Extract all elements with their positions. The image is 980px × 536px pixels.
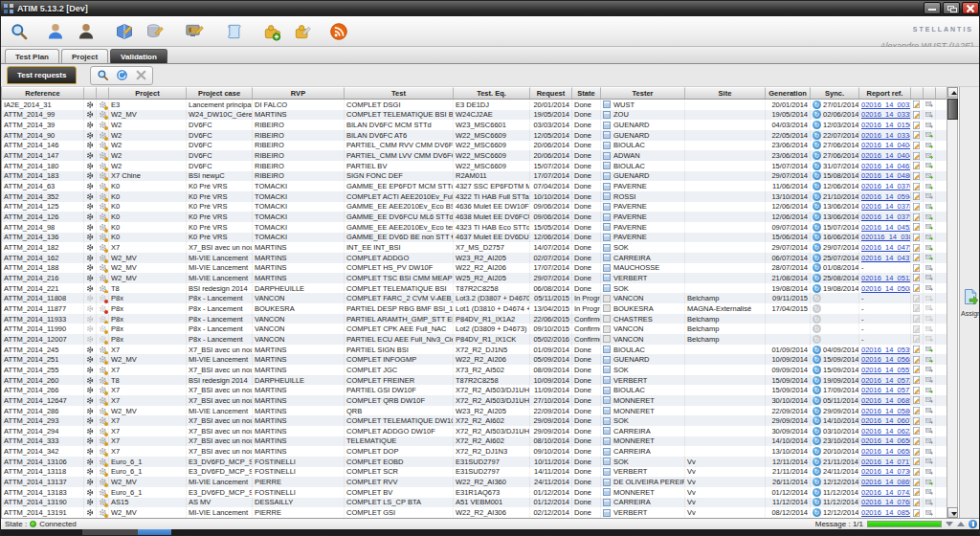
- export-report-icon[interactable]: [925, 130, 933, 140]
- table-row[interactable]: ATTM_2014_13190AS15AS MVDESSAILLYCOMPLET…: [2, 498, 947, 508]
- sync-icon[interactable]: ↻: [813, 131, 821, 140]
- gear-icon[interactable]: [86, 315, 94, 324]
- gear-icon[interactable]: [86, 110, 94, 119]
- report-ref-link[interactable]: 02016_14_05779: [861, 386, 911, 394]
- search-request-button[interactable]: [93, 68, 112, 83]
- edit-report-icon[interactable]: [913, 263, 921, 273]
- column-header[interactable]: [84, 87, 97, 99]
- database-edit-icon[interactable]: [143, 19, 167, 44]
- report-ref-link[interactable]: 02016_14_05947: [861, 192, 911, 201]
- gear-icon[interactable]: [86, 202, 94, 211]
- edit-report-icon[interactable]: [913, 355, 921, 365]
- report-ref-link[interactable]: 02016_14_06501: [861, 436, 911, 445]
- gear-icon[interactable]: [86, 131, 94, 140]
- table-row[interactable]: ATTM_2014_63K0K0 Pré VRSTOMACKIGAMME_EE …: [2, 181, 947, 191]
- edit-report-icon[interactable]: [913, 467, 921, 477]
- export-report-icon[interactable]: [925, 303, 933, 313]
- gear-icon[interactable]: [86, 467, 94, 476]
- export-report-icon[interactable]: [925, 467, 933, 477]
- gear-icon[interactable]: [86, 427, 94, 436]
- report-ref-link[interactable]: 02016_14_07425: [861, 488, 911, 497]
- report-ref-link[interactable]: 02016_14_06223: [861, 427, 911, 436]
- table-row[interactable]: ATTM_2014_13137W2_MVMI-VIE LancementPIER…: [2, 477, 947, 487]
- sync-icon[interactable]: ↻: [813, 335, 821, 344]
- export-report-icon[interactable]: [925, 345, 933, 354]
- report-ref-link[interactable]: 02016_14_08545: [861, 508, 911, 517]
- sync-icon[interactable]: ↻: [813, 254, 821, 262]
- edit-report-icon[interactable]: [913, 416, 921, 426]
- sync-icon[interactable]: ↻: [813, 386, 821, 394]
- edit-report-icon[interactable]: [913, 303, 921, 313]
- gear-icon[interactable]: [86, 366, 94, 374]
- table-row[interactable]: ATTM_2014_126K0K0 Pré VRSTOMACKIGAMME_EE…: [2, 212, 947, 222]
- column-header[interactable]: Generation: [766, 87, 811, 99]
- report-ref-link[interactable]: 02016_14_04372: [861, 254, 911, 262]
- report-ref-link[interactable]: 02016_14_03798: [861, 212, 911, 221]
- minimize-button[interactable]: [924, 2, 941, 14]
- export-report-icon[interactable]: [925, 212, 933, 222]
- table-row[interactable]: ATTM_2014_12007P8xP8x - LancementVANCONP…: [2, 334, 947, 345]
- sync-icon[interactable]: ↻: [813, 162, 821, 170]
- close-button[interactable]: [962, 2, 979, 14]
- gear-icon[interactable]: [86, 386, 94, 394]
- report-ref-link[interactable]: 02016_14_06071: [861, 416, 911, 425]
- export-report-icon[interactable]: [925, 191, 933, 201]
- gear-icon[interactable]: [86, 416, 94, 425]
- sync-icon[interactable]: ↻: [813, 407, 821, 415]
- table-row[interactable]: ATTM_2014_13183Euro_6_1E3_DV6FD_MCP_STTa…: [2, 487, 947, 498]
- table-row[interactable]: ATTM_2014_216W2_MVMI-VIE LancementMARTIN…: [2, 273, 947, 283]
- sync-icon[interactable]: ↻: [813, 478, 821, 486]
- sync-icon[interactable]: ↻: [813, 324, 821, 333]
- table-row[interactable]: ATTM_2014_11933P8xP8x - LancementVANCONP…: [2, 314, 947, 324]
- edit-report-icon[interactable]: [913, 110, 921, 120]
- column-header[interactable]: Report ref.: [859, 87, 911, 99]
- edit-report-icon[interactable]: [913, 345, 921, 354]
- table-row[interactable]: ATTM_2014_11990P8xP8x - LancementVANCONC…: [2, 324, 947, 334]
- table-row[interactable]: ATTM_2014_352K0K0 Pré VRSTOMACKICOMPLET …: [2, 191, 947, 202]
- taskbar-active-segment[interactable]: [138, 529, 171, 536]
- export-report-icon[interactable]: [925, 243, 933, 253]
- export-report-icon[interactable]: [925, 222, 933, 232]
- report-ref-link[interactable]: 02016_14_03785: [861, 202, 911, 211]
- column-header[interactable]: Project: [109, 87, 187, 99]
- table-row[interactable]: ATTM_2014_180W2DV6FCRIBEIROPARTIEL BVW22…: [2, 161, 947, 171]
- table-row[interactable]: ATTM_2014_90W2DV6FCRIBEIROBILAN DV6FC AT…: [2, 130, 947, 141]
- sync-icon[interactable]: ↻: [813, 376, 821, 385]
- gear-icon[interactable]: [86, 263, 94, 272]
- export-report-icon[interactable]: [925, 151, 933, 161]
- edit-report-icon[interactable]: [913, 243, 921, 253]
- column-header[interactable]: Project case: [187, 87, 253, 99]
- report-ref-link[interactable]: 02016_14_05083: [861, 284, 911, 293]
- sync-icon[interactable]: ↻: [813, 498, 821, 506]
- export-report-icon[interactable]: [925, 487, 933, 497]
- edit-report-icon[interactable]: [913, 478, 921, 487]
- export-report-icon[interactable]: [925, 447, 933, 457]
- expand-triangle-icon[interactable]: [957, 522, 965, 526]
- column-header[interactable]: Site: [685, 87, 766, 99]
- edit-report-icon[interactable]: [913, 386, 921, 395]
- sync-icon[interactable]: ↻: [813, 192, 821, 201]
- sync-icon[interactable]: ↻: [813, 141, 821, 149]
- edit-report-icon[interactable]: [913, 283, 921, 293]
- export-report-icon[interactable]: [925, 436, 933, 446]
- export-report-icon[interactable]: [925, 263, 933, 273]
- export-report-icon[interactable]: [925, 161, 933, 170]
- sync-icon[interactable]: ↻: [813, 294, 821, 302]
- table-row[interactable]: ATTM_2014_260T8BSI redesign 2014DARPHEUI…: [2, 375, 947, 386]
- gear-icon[interactable]: [86, 294, 94, 302]
- export-report-icon[interactable]: [925, 141, 933, 150]
- table-row[interactable]: ATTM_2014_342X7X7_BSI avec un nouveau µM…: [2, 446, 947, 457]
- report-ref-link[interactable]: 02016_14_05575: [861, 366, 911, 374]
- sync-icon[interactable]: ↻: [813, 304, 821, 313]
- column-header[interactable]: [924, 87, 936, 99]
- report-ref-link[interactable]: 02016_14_07304: [861, 467, 911, 476]
- report-ref-link[interactable]: 02016_14_05869: [861, 407, 911, 415]
- table-row[interactable]: ATTM_2014_136K0K0 Pré VRSTOMACKIGAMME_EE…: [2, 233, 947, 243]
- export-report-icon[interactable]: [925, 375, 933, 385]
- edit-report-icon[interactable]: [913, 141, 921, 150]
- table-row[interactable]: ATTM_2014_293X7X7_BSI avec un nouveau µM…: [2, 415, 947, 426]
- sync-icon[interactable]: ↻: [813, 151, 821, 160]
- table-row[interactable]: ATTM_2014_12647X7X7_BSI avec un nouveau …: [2, 395, 947, 406]
- edit-report-icon[interactable]: [913, 498, 921, 507]
- tab-test-requests[interactable]: Test requests: [7, 66, 77, 84]
